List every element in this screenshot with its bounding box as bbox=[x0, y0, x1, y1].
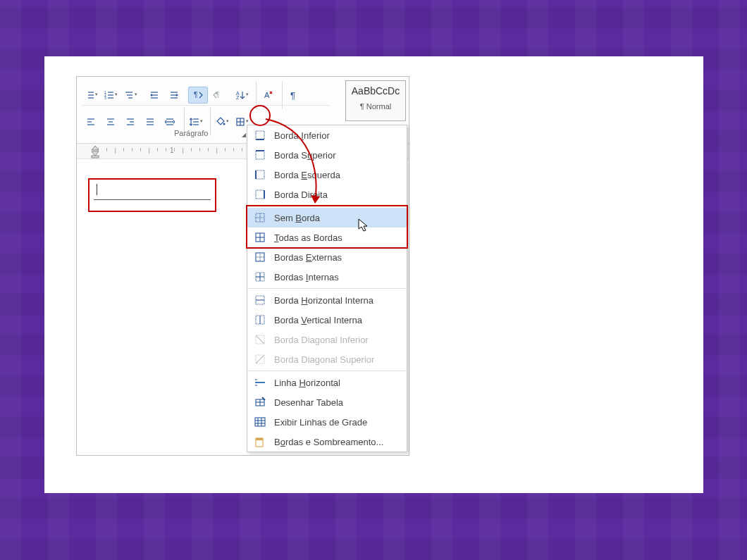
numbering-button[interactable]: 123 bbox=[101, 87, 121, 104]
svg-marker-54 bbox=[92, 151, 99, 156]
align-left-button[interactable] bbox=[81, 113, 101, 130]
svg-line-81 bbox=[256, 335, 264, 344]
clear-formatting-button[interactable]: A bbox=[258, 87, 278, 104]
bullets-button[interactable] bbox=[81, 87, 101, 104]
align-center-button[interactable] bbox=[101, 113, 121, 130]
svg-rect-60 bbox=[256, 170, 264, 179]
svg-text:Z: Z bbox=[236, 95, 240, 100]
svg-text:A: A bbox=[264, 91, 270, 99]
svg-point-49 bbox=[223, 123, 225, 125]
svg-rect-96 bbox=[256, 438, 263, 440]
border-left-icon bbox=[253, 168, 267, 182]
border-bottom-icon bbox=[253, 128, 267, 142]
distributed-button[interactable] bbox=[160, 113, 180, 130]
menu-item-label: Bordas e Sombreamento... bbox=[274, 437, 383, 447]
menu-item-label: Linha Horizontal bbox=[274, 378, 340, 388]
draw-table-icon bbox=[253, 395, 267, 409]
svg-text:3: 3 bbox=[104, 96, 106, 100]
ltr-text-button[interactable]: ¶ bbox=[188, 87, 208, 104]
ribbon-group-label: Parágrafo bbox=[174, 129, 208, 137]
menu-item-label: Borda Horizontal Interna bbox=[274, 295, 374, 306]
highlighted-table-cell bbox=[88, 178, 216, 212]
sort-button[interactable]: AZ bbox=[232, 87, 252, 104]
menu-item-label: Borda Direita bbox=[274, 189, 328, 200]
menu-separator bbox=[247, 288, 407, 289]
svg-text:¶: ¶ bbox=[194, 91, 197, 99]
decrease-indent-button[interactable] bbox=[144, 87, 164, 104]
shading-button[interactable] bbox=[212, 113, 232, 130]
inside-v-border-icon bbox=[253, 313, 267, 327]
menu-item-label: Borda Vertical Interna bbox=[274, 315, 362, 325]
outside-borders-icon bbox=[253, 250, 267, 264]
menu-item-inside-v-border[interactable]: Borda Vertical Interna bbox=[247, 310, 407, 330]
show-marks-button[interactable]: ¶ bbox=[284, 87, 304, 104]
svg-rect-55 bbox=[92, 156, 99, 158]
line-spacing-button[interactable] bbox=[186, 113, 206, 130]
style-name: ¶ Normal bbox=[346, 97, 405, 111]
menu-item-label: Sem Borda bbox=[274, 213, 320, 223]
menu-item-label: Bordas Internas bbox=[274, 272, 339, 282]
ruler-mark: 1 bbox=[170, 147, 174, 154]
rtl-text-button[interactable]: ¶ bbox=[208, 87, 228, 104]
menu-item-inside-borders[interactable]: Bordas Internas bbox=[247, 267, 407, 287]
svg-rect-90 bbox=[255, 418, 265, 426]
menu-item-diag-up-border: Borda Diagonal Superior bbox=[247, 349, 407, 369]
style-normal[interactable]: AaBbCcDc ¶ Normal bbox=[345, 80, 406, 121]
justify-button[interactable] bbox=[140, 113, 160, 130]
menu-item-all-borders[interactable]: Todas as Bordas bbox=[247, 228, 407, 247]
svg-marker-53 bbox=[92, 146, 99, 150]
menu-item-draw-table[interactable]: Desenhar Tabela bbox=[247, 392, 407, 412]
menu-item-border-right[interactable]: Borda Direita bbox=[247, 185, 407, 204]
inside-borders-icon bbox=[253, 270, 267, 284]
menu-item-outside-borders[interactable]: Bordas Externas bbox=[247, 247, 407, 267]
indent-marker-icon[interactable] bbox=[89, 144, 101, 158]
cell-bottom-border bbox=[94, 199, 211, 200]
borders-shading-icon bbox=[253, 435, 267, 449]
menu-item-border-top[interactable]: Borda Superior bbox=[247, 145, 407, 165]
svg-text:¶: ¶ bbox=[290, 90, 295, 100]
menu-separator bbox=[247, 371, 407, 371]
menu-item-label: Todas as Bordas bbox=[274, 232, 342, 243]
menu-item-label: Borda Esquerda bbox=[274, 170, 340, 180]
no-border-icon bbox=[253, 211, 267, 225]
menu-item-border-left[interactable]: Borda Esquerda bbox=[247, 165, 407, 185]
menu-item-h-line[interactable]: Linha Horizontal bbox=[247, 373, 407, 392]
h-line-icon bbox=[253, 375, 267, 390]
menu-item-no-border[interactable]: Sem Borda bbox=[247, 208, 407, 228]
svg-rect-58 bbox=[256, 151, 264, 159]
menu-item-label: Bordas Externas bbox=[274, 252, 342, 263]
menu-item-view-gridlines[interactable]: Exibir Linhas de Grade bbox=[247, 412, 407, 432]
borders-dropdown-menu: Borda InferiorBorda SuperiorBorda Esquer… bbox=[247, 125, 407, 452]
menu-item-inside-h-border[interactable]: Borda Horizontal Interna bbox=[247, 290, 407, 310]
svg-line-83 bbox=[256, 355, 264, 363]
inside-h-border-icon bbox=[253, 293, 267, 307]
diag-down-border-icon bbox=[253, 332, 267, 347]
increase-indent-button[interactable] bbox=[164, 87, 184, 104]
diag-up-border-icon bbox=[253, 352, 267, 366]
view-gridlines-icon bbox=[253, 415, 267, 429]
slide-card: 123 ¶ ¶ AZ A ¶ bbox=[44, 56, 703, 493]
menu-item-diag-down-border: Borda Diagonal Inferior bbox=[247, 330, 407, 349]
align-right-button[interactable] bbox=[121, 113, 140, 130]
text-cursor-icon bbox=[97, 184, 97, 195]
menu-item-label: Borda Inferior bbox=[274, 130, 330, 141]
svg-rect-56 bbox=[256, 131, 264, 139]
multilevel-list-button[interactable] bbox=[121, 87, 140, 104]
menu-item-label: Borda Diagonal Superior bbox=[274, 354, 374, 365]
menu-item-label: Borda Diagonal Inferior bbox=[274, 335, 369, 345]
dialog-launcher-icon[interactable]: ◢ bbox=[242, 132, 246, 138]
all-borders-icon bbox=[253, 230, 267, 244]
menu-item-label: Desenhar Tabela bbox=[274, 397, 343, 408]
menu-item-border-bottom[interactable]: Borda Inferior bbox=[247, 125, 407, 145]
menu-item-label: Borda Superior bbox=[274, 150, 335, 161]
menu-item-borders-shading[interactable]: Bordas e Sombreamento... bbox=[247, 432, 407, 452]
menu-item-label: Exibir Linhas de Grade bbox=[274, 417, 367, 428]
border-top-icon bbox=[253, 148, 267, 162]
word-ribbon-frame: 123 ¶ ¶ AZ A ¶ bbox=[76, 76, 409, 456]
style-sample: AaBbCcDc bbox=[346, 81, 405, 97]
menu-separator bbox=[247, 206, 407, 206]
svg-rect-62 bbox=[256, 190, 264, 199]
border-right-icon bbox=[253, 187, 267, 201]
